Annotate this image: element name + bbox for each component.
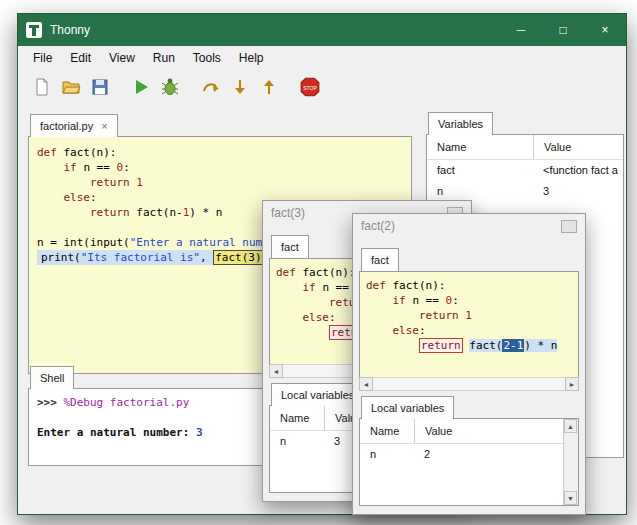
svg-text:STOP: STOP [303,85,317,91]
debug-script-button[interactable] [158,75,182,99]
open-file-button[interactable] [59,75,83,99]
local-variables-label: Local variables [271,383,364,406]
menu-item-help[interactable]: Help [230,48,273,68]
tab-label: factorial.py [40,120,93,132]
screen: Thonny ─ □ × FileEditViewRunToolsHelp [0,0,637,525]
column-header-name: Name [360,419,415,443]
stop-button[interactable]: STOP [298,75,322,99]
code-line: def fact(n): [37,145,411,160]
scrollbar-track[interactable] [373,377,565,391]
cell-name: n [270,431,324,452]
horizontal-scrollbar[interactable] [359,377,579,391]
maximize-button[interactable]: □ [542,14,584,46]
debug-window-fact2: fact(2) fact def fact(n): if n == 0: ret… [352,213,586,515]
thonny-logo-icon [26,22,42,38]
cell-value: 2 [414,444,578,465]
debug-window-body: fact def fact(n): if n == 0: return 1 el… [353,238,585,514]
debug-title-bar[interactable]: fact(2) [353,214,585,238]
save-file-button[interactable] [88,75,112,99]
menu-item-edit[interactable]: Edit [61,48,100,68]
code-line: return 1 [37,175,411,190]
scroll-up-icon[interactable] [564,419,577,433]
local-variables-label: Local variables [361,396,454,419]
stop-icon: STOP [299,76,321,98]
menu-item-run[interactable]: Run [144,48,184,68]
title-bar[interactable]: Thonny ─ □ × [18,14,626,46]
run-icon [131,77,151,97]
tab-fact[interactable]: fact [361,248,399,271]
step-into-button[interactable] [228,75,252,99]
code-line: else: [366,323,578,338]
cell-name: n [360,444,414,465]
variables-header: Name Value [427,135,623,160]
minimize-button[interactable]: ─ [500,14,542,46]
table-row[interactable]: n2 [360,444,578,465]
column-header-name: Name [427,135,534,159]
step-into-icon [230,77,250,97]
code-line: def fact(n): [366,278,578,293]
cell-value: <function fact a [533,160,623,181]
code-line: return fact(2-1) * n [366,338,578,353]
code-line: if n == 0: [366,293,578,308]
menu-item-view[interactable]: View [100,48,144,68]
cell-name: n [427,181,533,202]
new-file-button[interactable] [30,75,54,99]
tab-variables[interactable]: Variables [428,112,493,135]
code-line: if n == 0: [37,160,411,175]
window-title: Thonny [50,23,90,37]
close-button[interactable]: × [584,14,626,46]
locals-header: Name Value [360,419,578,444]
debug-window-title: fact(2) [361,219,395,233]
local-variables-table: Name Value n2 [359,418,579,506]
toolbar: STOP [18,70,626,104]
column-header-value: Value [534,135,623,159]
close-tab-icon[interactable]: × [101,120,107,132]
save-icon [90,77,110,97]
step-out-button[interactable] [257,75,281,99]
table-row[interactable]: n3 [427,181,623,202]
debug-code-view[interactable]: def fact(n): if n == 0: return 1 else: r… [359,271,579,379]
scroll-right-icon[interactable] [565,377,579,391]
cell-name: fact [427,160,533,181]
tab-factorial[interactable]: factorial.py× [30,114,118,137]
run-script-button[interactable] [129,75,153,99]
step-over-icon [201,77,221,97]
table-row[interactable]: fact<function fact a [427,160,623,181]
menu-item-file[interactable]: File [24,48,61,68]
column-header-value: Value [415,419,578,443]
menu-item-tools[interactable]: Tools [184,48,230,68]
step-out-icon [259,77,279,97]
locals-rows: n2 [360,444,578,465]
column-header-name: Name [270,406,325,430]
tab-fact[interactable]: fact [271,235,309,258]
step-over-button[interactable] [199,75,223,99]
scroll-left-icon[interactable] [359,377,373,391]
menu-bar: FileEditViewRunToolsHelp [18,46,626,70]
scroll-left-icon[interactable] [269,364,283,378]
scroll-down-icon[interactable] [564,491,577,505]
window-button[interactable] [561,220,577,233]
new-file-icon [32,77,52,97]
open-folder-icon [61,77,81,97]
code-line: return 1 [366,308,578,323]
cell-value: 3 [533,181,623,202]
debug-window-title: fact(3) [271,206,305,220]
vertical-scrollbar[interactable] [563,419,578,505]
tab-shell[interactable]: Shell [30,366,74,389]
debug-bug-icon [160,77,180,97]
variables-rows: fact<function fact an3 [427,160,623,202]
